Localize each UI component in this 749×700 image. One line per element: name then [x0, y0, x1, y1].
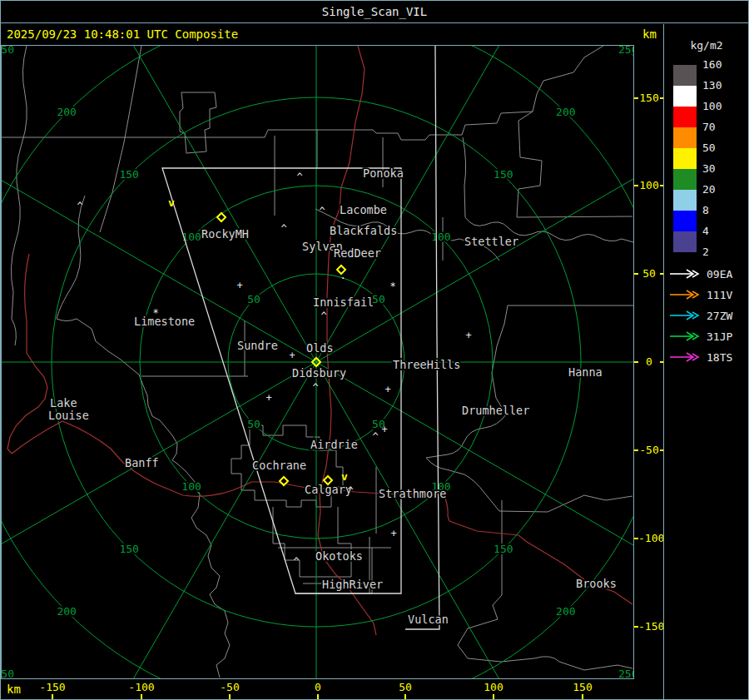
x-tick-label: 0: [315, 681, 321, 693]
y-axis-tick: 150: [634, 92, 664, 104]
scan-timestamp: 2025/09/23 10:48:01 UTC Composite: [7, 27, 238, 41]
city-label: Olds: [306, 341, 334, 355]
city-label: Okotoks: [315, 549, 363, 563]
legend-color-swatch: [673, 169, 697, 190]
range-ring-label: 200: [57, 605, 76, 618]
legend-color-swatch: [673, 190, 697, 211]
range-ring-label: 150: [119, 543, 138, 555]
town-marker: +: [390, 528, 396, 539]
range-ring-label: 250: [618, 46, 633, 56]
track-legend-row: 09EA: [669, 267, 747, 280]
town-marker: ^: [293, 556, 299, 568]
city-label: Banff: [125, 456, 159, 469]
city-label: RedDeer: [334, 246, 381, 260]
range-ring-label: 250: [2, 668, 14, 678]
x-tick-dash: [404, 694, 406, 699]
range-ring-label: 250: [618, 668, 633, 678]
city-label: Louise: [48, 409, 89, 422]
legend-color-swatch: [673, 65, 697, 86]
x-axis: km -150-100-50050100150: [0, 679, 663, 700]
y-axis-tick: 50: [634, 268, 664, 280]
legend-bin-value: 20: [702, 184, 744, 196]
window-title: Single_Scan_VIL: [322, 5, 427, 18]
range-ring-label: 50: [247, 293, 260, 305]
city-label: Cochrane: [252, 459, 306, 472]
y-axis-tick: -150: [634, 621, 664, 633]
x-tick-label: -100: [128, 681, 154, 693]
town-marker: ^: [77, 201, 82, 212]
range-ring-label: 150: [494, 543, 513, 555]
legend-bin-value: 100: [702, 101, 744, 112]
y-axis-tick: 0: [634, 356, 664, 368]
city-label: Brooks: [576, 577, 617, 590]
range-ring-label: 50: [247, 418, 260, 430]
city-label: Blackfalds: [330, 224, 397, 237]
track-legend-row: 31JP: [669, 330, 747, 343]
y-tick-label: 0: [638, 356, 660, 368]
range-ring-label: 150: [494, 168, 513, 181]
sidebar-divider: [663, 24, 664, 700]
town-marker: ^: [312, 382, 318, 394]
track-arrow-icon: [669, 330, 701, 342]
town-marker: *: [152, 307, 158, 319]
town-marker: *: [389, 280, 395, 292]
town-marker: +: [381, 424, 387, 435]
town-marker: ^: [372, 431, 378, 443]
x-axis-tick: 0: [293, 681, 343, 693]
city-label: Lake: [50, 396, 77, 410]
storm-check-marker: v: [341, 470, 348, 483]
y-tick-label: 100: [638, 180, 660, 191]
x-tick-dash: [582, 694, 583, 699]
x-axis-tick: 50: [380, 681, 430, 693]
city-labels: PonokaLacombeBlackfaldsSylvanRedDeerStet…: [48, 166, 617, 626]
y-tick-label: 50: [638, 268, 660, 280]
track-id-label: 09EA: [707, 268, 732, 280]
x-axis-tick: 150: [558, 681, 608, 693]
legend-color-swatch: [673, 107, 697, 127]
track-arrow-icon: [669, 310, 701, 321]
city-label: Sundre: [237, 339, 278, 352]
city-label: Drumheller: [462, 404, 529, 417]
y-tick-label: -150: [638, 621, 664, 633]
x-tick-label: 150: [573, 681, 592, 693]
legend-unit-label: kg/m2: [664, 39, 749, 52]
y-axis-tick: 100: [634, 180, 664, 191]
track-arrow-icon: [669, 289, 701, 300]
range-ring-label: 200: [57, 106, 76, 118]
radar-app-window: Single_Scan_VIL 2025/09/23 10:48:01 UTC …: [0, 0, 749, 700]
town-marker: ^: [319, 206, 325, 217]
track-arrow-icon: [669, 268, 701, 280]
x-tick-dash: [493, 694, 494, 699]
city-label: Innisfail: [313, 295, 374, 309]
legend-min-value: 2: [702, 246, 744, 258]
x-tick-label: -50: [220, 681, 239, 693]
legend-bin-value: 50: [702, 142, 744, 154]
city-label: Didsbury: [292, 366, 346, 380]
x-tick-label: 50: [399, 681, 412, 693]
legend-color-swatch: [673, 231, 697, 252]
track-arrow-icon: [669, 351, 701, 363]
city-label: HighRiver: [322, 578, 383, 591]
city-label: ThreeHills: [393, 358, 460, 371]
city-label: Airdrie: [310, 438, 358, 451]
x-axis-tick: -100: [117, 681, 166, 693]
range-ring-label: 100: [181, 480, 201, 493]
range-ring-label: 250: [2, 46, 14, 56]
x-tick-label: -150: [39, 681, 65, 693]
x-axis-tick: -150: [27, 681, 77, 693]
range-ring-label: 100: [431, 231, 450, 243]
status-row: 2025/09/23 10:48:01 UTC Composite km: [0, 24, 663, 45]
town-marker: +: [289, 350, 295, 361]
x-axis-tick: 100: [469, 681, 518, 693]
highway-lines: [7, 46, 632, 635]
y-tick-label: -100: [638, 533, 664, 544]
range-ring-label: 150: [119, 168, 138, 181]
track-id-label: 31JP: [707, 330, 732, 343]
x-axis-tick: -50: [205, 681, 255, 693]
city-label: Lacombe: [340, 203, 387, 216]
town-marker: ^: [296, 171, 302, 183]
city-label: Stettler: [464, 235, 518, 248]
x-tick-label: 100: [484, 681, 503, 693]
legend-color-swatch: [673, 86, 697, 107]
track-legend-row: 111V: [669, 288, 747, 301]
